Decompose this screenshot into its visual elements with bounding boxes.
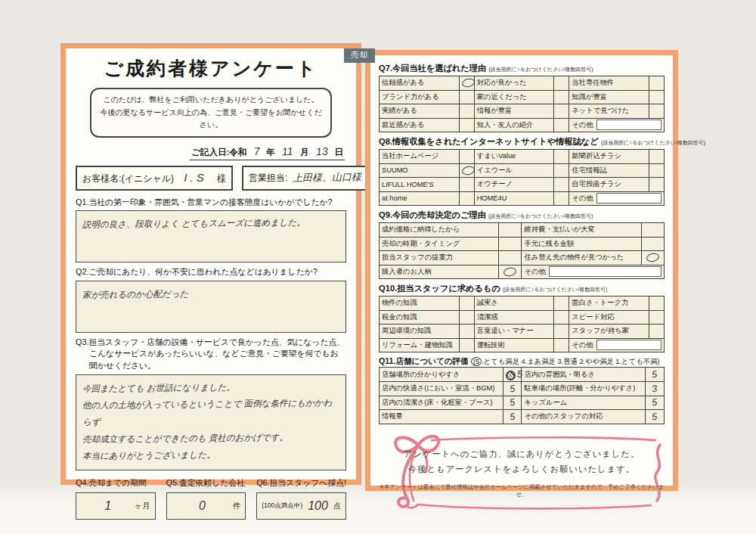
page-title: ご成約者様アンケート <box>76 56 346 81</box>
q10-mark-cell <box>459 296 474 311</box>
q7-option-label: ブランド力がある <box>380 90 460 104</box>
q5-value-handwritten: 0 <box>172 499 234 513</box>
score-handwritten: 5 <box>648 368 662 380</box>
q8-mark-cell <box>649 163 664 178</box>
intro-box: このたびは、弊社をご利用いただきありがとうございました。 今後の更なるサービス向… <box>90 88 332 138</box>
q9-mark-cell <box>641 223 664 238</box>
q7-heading: Q7.今回当社を選ばれた理由 (該当箇所に○をおつけください/複数回答可) <box>379 63 665 74</box>
q11-score-cell: 5 <box>646 410 665 424</box>
date-day-unit: 日 <box>335 147 344 157</box>
circle-mark <box>503 266 517 277</box>
q5-group: Q5.査定依頼した会社 0 件 <box>166 478 246 520</box>
q6-label: Q6.担当スタッフへ採点! <box>256 478 346 489</box>
score-handwritten: 5 <box>505 396 519 408</box>
q8-mark-cell <box>554 178 569 192</box>
q8-option-label: HOME4U <box>474 191 554 206</box>
customer-initial-handwritten: I.S <box>176 171 214 184</box>
q10-option-label: 物件の知識 <box>380 296 460 311</box>
q8-option-label: イエウール <box>474 163 554 178</box>
q8-mark-cell <box>554 191 569 206</box>
q8-mark-cell <box>554 150 569 164</box>
q8-option-label: SUUMO <box>380 163 460 178</box>
q10-option-label: 清潔感 <box>474 310 554 324</box>
q3-answer-line: 本当にありがとうございました。 <box>82 446 339 465</box>
q10-option-label: 周辺環境の知識 <box>380 324 460 339</box>
q8-option-label: 住宅情報誌 <box>569 163 649 178</box>
q11-score-cell: 5 <box>503 368 522 382</box>
q11-item-label: 店内の清潔さ(床・化粧室・ブース) <box>380 396 503 410</box>
q5-answer-box: 0 件 <box>166 492 246 520</box>
q7-mark-cell <box>554 104 569 119</box>
q7-table: 信頼感がある 対応が良かった 当社専任物件 ブランド力がある 家の近くだった 知… <box>379 76 665 132</box>
q3-label-line2: こんなサービスがあったらいいな、などご意見・ご要望を何でもお聞かせください。 <box>76 348 346 371</box>
q11-table: 店舗場所の分かりやすさ 5 店内の雰囲気・明るさ 5 店内の快適さ(におい・室温… <box>379 367 665 424</box>
date-month-handwritten: 11 <box>277 144 299 158</box>
q8-mark-cell <box>554 163 569 178</box>
q7-option-label: ネットで見つけた <box>569 104 649 119</box>
q9-option-label: 売却の時期・タイミング <box>380 237 499 251</box>
q11-item-label: 店内の快適さ(におい・室温・BGM) <box>380 382 503 396</box>
q11-heading: Q11.店舗についての評価 (5.とても満足 4.まあ満足 3.普通 2.やや満… <box>379 356 665 367</box>
q4-label: Q4.売却までの期間 <box>76 478 156 489</box>
q10-mark-cell <box>554 296 569 311</box>
q11-item-label: その他のスタッフの対応 <box>522 410 646 424</box>
q9-mark-cell <box>499 237 522 251</box>
agent-label: 営業担当: <box>249 172 287 183</box>
q4-unit: ヶ月 <box>135 501 150 511</box>
q4-group: Q4.売却までの期間 1 ヶ月 <box>76 478 156 520</box>
q10-mark-cell <box>459 324 474 339</box>
q7-mark-cell <box>649 104 664 119</box>
survey-panel-right: Q7.今回当社を選ばれた理由 (該当箇所に○をおつけください/複数回答可) 信頼… <box>365 50 678 491</box>
q9-mark-cell <box>499 223 522 238</box>
agent-box: 営業担当: 上田様、山口様 <box>242 166 368 191</box>
q1-label: Q1.当社の第一印象・雰囲気・営業マンの接客態度はいかがでしたか? <box>76 197 346 209</box>
q8-mark-cell <box>459 163 474 178</box>
q8-option-label: at home <box>380 191 460 206</box>
q10-mark-cell <box>554 338 569 352</box>
q11-score-cell: 5 <box>503 396 522 410</box>
score-handwritten: 5 <box>648 396 662 408</box>
q3-answer-line: 他の人の土地が入っているということで 面倒な条件にもかかわらず <box>82 394 339 430</box>
q10-other-cell: その他 <box>569 338 665 352</box>
q10-option-label: リフォーム・建物知識 <box>380 338 460 352</box>
q10-mark-cell <box>649 310 664 324</box>
score-handwritten: 5 <box>517 369 522 380</box>
q10-mark-cell <box>649 296 664 311</box>
circled-five: (5 <box>471 357 482 366</box>
thank-you-message: アンケートへのご協力、誠にありがとうございました。 今後ともアークレストをよろし… <box>379 446 665 499</box>
circle-mark <box>646 253 660 263</box>
agent-names-handwritten: 上田様、山口様 <box>290 170 361 185</box>
q1-answer-box: 説明の良さ、段取りよく とてもスムーズに進めました。 <box>76 210 346 262</box>
q10-option-label: スタッフが持ち家 <box>569 324 649 339</box>
q8-option-label: LIFULL HOME'S <box>380 178 460 192</box>
q8-other-cell: その他 <box>569 191 665 206</box>
other-write-in-blank <box>596 193 662 203</box>
q3-answer-box: 今回またとても お世話になりました。 他の人の土地が入っているということで 面倒… <box>76 374 346 470</box>
q11-item-label: 情報量 <box>380 410 503 424</box>
other-write-in-blank <box>596 120 662 130</box>
sale-type-badge: 売却 <box>344 48 375 63</box>
q7-option-label: 家の近くだった <box>474 90 554 104</box>
q9-option-label: 購入者のお人柄 <box>380 265 499 279</box>
q7-option-label: 知人・友人の紹介 <box>474 118 554 132</box>
q2-label: Q2.ご売却にあたり、何か不安に思われた点などはありましたか? <box>76 266 346 278</box>
q10-table: 物件の知識 誠実さ 面白さ・トーク力 税金の知識 清潔感 スピード対応 周辺環境… <box>379 296 665 352</box>
q11-score-cell: 5 <box>646 368 665 382</box>
q7-option-label: 当社専任物件 <box>569 76 649 91</box>
q10-mark-cell <box>554 324 569 339</box>
q9-mark-cell <box>499 251 522 265</box>
q10-option-label: 税金の知識 <box>380 310 460 324</box>
q9-mark-cell <box>641 251 664 265</box>
circle-mark <box>461 165 476 175</box>
q8-option-label: すまいValue <box>474 150 554 164</box>
q3-label-line1: Q3.担当スタッフ・店舗の設備・サービスで良かった点、気になった点、 <box>76 337 345 346</box>
date-month-unit: 月 <box>300 147 309 157</box>
q9-option-label: 住み替え先の物件が見つかった <box>522 251 641 265</box>
q7-option-label: 対応が良かった <box>474 76 554 91</box>
q7-mark-cell <box>554 90 569 104</box>
q7-mark-cell <box>649 76 664 91</box>
q5-label: Q5.査定依頼した会社 <box>166 478 246 489</box>
q8-mark-cell <box>649 178 664 192</box>
q10-heading: Q10.担当スタッフに求めるもの (該当箇所に○をおつけください/複数回答可) <box>379 283 665 294</box>
score-handwritten: 5 <box>505 383 519 395</box>
